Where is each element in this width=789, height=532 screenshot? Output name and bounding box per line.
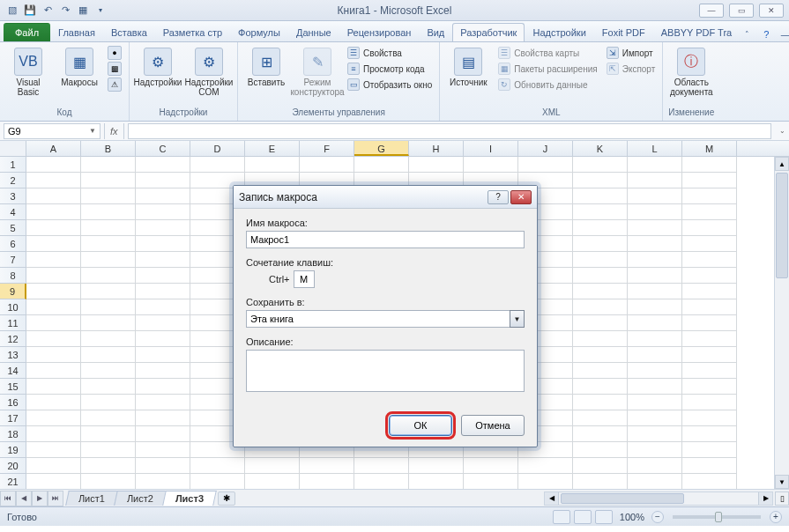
cell[interactable] — [573, 410, 628, 426]
cell[interactable] — [136, 347, 190, 363]
cell[interactable] — [573, 284, 628, 299]
cell[interactable] — [628, 173, 682, 188]
formula-expand-icon[interactable]: ⌄ — [775, 127, 789, 135]
cell[interactable] — [136, 220, 190, 236]
cell[interactable] — [136, 299, 190, 315]
map-properties-button[interactable]: ☰Свойства карты — [496, 46, 599, 60]
cell[interactable] — [573, 315, 628, 331]
cell[interactable] — [81, 363, 136, 379]
cell[interactable] — [682, 268, 737, 284]
split-box[interactable]: ▯ — [775, 491, 789, 506]
use-relative-icon[interactable]: ▩ — [108, 62, 122, 76]
cell[interactable] — [354, 474, 409, 489]
cell[interactable] — [136, 204, 190, 220]
fx-icon[interactable]: fx — [104, 123, 124, 139]
cell[interactable] — [573, 268, 628, 284]
cell[interactable] — [573, 474, 628, 489]
cell[interactable] — [573, 379, 628, 395]
cell[interactable] — [628, 236, 682, 252]
cell[interactable] — [573, 331, 628, 347]
tab-разработчик[interactable]: Разработчик — [452, 23, 525, 41]
cell[interactable] — [26, 157, 81, 173]
cell[interactable] — [26, 204, 81, 220]
minimize-button[interactable]: — — [699, 4, 724, 18]
cell[interactable] — [464, 157, 518, 173]
tab-надстройки[interactable]: Надстройки — [525, 23, 593, 41]
row-header[interactable]: 12 — [0, 331, 26, 347]
cell[interactable] — [81, 474, 136, 489]
tab-данные[interactable]: Данные — [288, 23, 339, 41]
properties-button[interactable]: ☰Свойства — [346, 46, 434, 60]
dialog-close-button[interactable]: ✕ — [510, 190, 532, 204]
cell[interactable] — [245, 157, 300, 173]
cell[interactable] — [573, 220, 628, 236]
cell[interactable] — [81, 299, 136, 315]
zoom-out-button[interactable]: − — [651, 511, 664, 523]
cell[interactable] — [628, 410, 682, 426]
cell[interactable] — [81, 204, 136, 220]
column-header[interactable]: F — [300, 141, 354, 156]
cell[interactable] — [26, 347, 81, 363]
macro-security-icon[interactable]: ⚠ — [108, 78, 122, 92]
visual-basic-button[interactable]: VBVisual Basic — [5, 46, 51, 99]
cell[interactable] — [136, 442, 190, 458]
column-header[interactable]: H — [409, 141, 464, 156]
refresh-data-button[interactable]: ↻Обновить данные — [496, 78, 599, 92]
cell[interactable] — [26, 410, 81, 426]
cell[interactable] — [300, 157, 354, 173]
cell[interactable] — [81, 410, 136, 426]
cell[interactable] — [81, 458, 136, 474]
cell[interactable] — [573, 252, 628, 268]
row-header[interactable]: 2 — [0, 173, 26, 188]
tab-главная[interactable]: Главная — [50, 23, 103, 41]
cell[interactable] — [682, 284, 737, 299]
dialog-help-button[interactable]: ? — [488, 190, 509, 204]
cell[interactable] — [573, 188, 628, 204]
save-icon[interactable]: 💾 — [23, 4, 37, 18]
cell[interactable] — [628, 157, 682, 173]
dialog-titlebar[interactable]: Запись макроса ? ✕ — [234, 186, 537, 209]
row-header[interactable]: 15 — [0, 379, 26, 395]
cell[interactable] — [682, 347, 737, 363]
row-header[interactable]: 7 — [0, 252, 26, 268]
cell[interactable] — [81, 220, 136, 236]
column-header[interactable]: L — [628, 141, 682, 156]
sheet-nav-last-icon[interactable]: ⏭ — [48, 491, 63, 506]
cell[interactable] — [26, 474, 81, 489]
column-header[interactable]: C — [136, 141, 190, 156]
cell[interactable] — [136, 268, 190, 284]
cell[interactable] — [628, 204, 682, 220]
tab-foxit pdf[interactable]: Foxit PDF — [594, 23, 653, 41]
design-mode-button[interactable]: ✎Режим конструктора — [294, 46, 340, 99]
row-header[interactable]: 16 — [0, 395, 26, 410]
store-dropdown-button[interactable]: ▼ — [510, 310, 525, 328]
cell[interactable] — [26, 458, 81, 474]
macro-name-input[interactable] — [246, 231, 525, 248]
cell[interactable] — [682, 410, 737, 426]
export-xml-button[interactable]: ⇱Экспорт — [605, 62, 658, 76]
ok-button[interactable]: ОК — [389, 415, 452, 436]
row-header[interactable]: 9 — [0, 284, 26, 299]
cell[interactable] — [573, 347, 628, 363]
cell[interactable] — [81, 173, 136, 188]
sheet-tab[interactable]: Лист3 — [162, 491, 217, 506]
cell[interactable] — [682, 299, 737, 315]
undo-icon[interactable]: ↶ — [41, 4, 55, 18]
hscroll-thumb[interactable] — [561, 493, 684, 504]
cell[interactable] — [682, 458, 737, 474]
cell[interactable] — [628, 188, 682, 204]
maximize-button[interactable]: ▭ — [729, 4, 754, 18]
cell[interactable] — [26, 173, 81, 188]
cell[interactable] — [245, 458, 300, 474]
name-box[interactable]: G9▼ — [4, 123, 100, 139]
cancel-button[interactable]: Отмена — [461, 415, 525, 436]
row-header[interactable]: 3 — [0, 188, 26, 204]
cell[interactable] — [136, 331, 190, 347]
cell[interactable] — [682, 379, 737, 395]
row-header[interactable]: 6 — [0, 236, 26, 252]
cell[interactable] — [81, 331, 136, 347]
cell[interactable] — [628, 284, 682, 299]
qat-extra-icon[interactable]: ▦ — [76, 4, 90, 18]
zoom-thumb[interactable] — [715, 512, 722, 522]
scroll-left-icon[interactable]: ◀ — [545, 492, 559, 505]
